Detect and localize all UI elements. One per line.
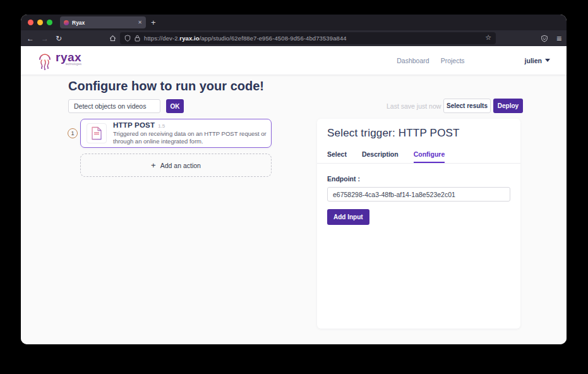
nav-projects-link[interactable]: Projects xyxy=(441,57,465,64)
deploy-button[interactable]: Deploy xyxy=(493,99,523,113)
trigger-detail-panel: Select trigger: HTTP POST Select Descrip… xyxy=(317,119,520,329)
tab-close-icon[interactable]: ✕ xyxy=(138,20,142,25)
workflow-name-input[interactable] xyxy=(68,99,160,113)
tab-title: Ryax xyxy=(72,20,135,26)
trigger-title: HTTP POST xyxy=(113,121,155,129)
chevron-down-icon xyxy=(545,59,550,62)
menu-icon[interactable]: ≡ xyxy=(553,30,565,46)
page-title: Configure how to run your code! xyxy=(68,79,264,94)
user-name: julien xyxy=(525,57,542,64)
browser-window: Ryax ✕ + ← → ↻ https://dev-2.ryax.io/app… xyxy=(21,15,567,344)
plus-icon: + xyxy=(151,160,156,170)
user-menu[interactable]: julien xyxy=(525,57,550,64)
browser-toolbar: ← → ↻ https://dev-2.ryax.io/app/studio/6… xyxy=(21,30,567,46)
reload-icon[interactable]: ↻ xyxy=(54,30,64,46)
tabs-divider xyxy=(317,163,520,164)
window-controls xyxy=(21,20,52,25)
url-bar[interactable]: https://dev-2.ryax.io/app/studio/62ef88e… xyxy=(120,32,496,44)
document-icon xyxy=(87,123,107,143)
add-action-button[interactable]: + Add an action xyxy=(80,154,272,177)
forward-icon: → xyxy=(40,30,50,46)
endpoint-input[interactable] xyxy=(327,187,510,202)
endpoint-label: Endpoint : xyxy=(327,175,510,183)
tracking-shield-icon[interactable] xyxy=(124,35,131,42)
panel-tabs: Select Description Configure xyxy=(327,150,510,163)
close-window-button[interactable] xyxy=(28,20,33,25)
shield-badge-icon[interactable] xyxy=(539,30,550,46)
studio-content: Configure how to run your code! OK Last … xyxy=(21,75,567,344)
select-results-button[interactable]: Select results xyxy=(443,99,491,113)
new-tab-button[interactable]: + xyxy=(151,16,156,28)
step-number-badge: 1 xyxy=(68,128,78,138)
minimize-window-button[interactable] xyxy=(37,20,43,25)
lock-icon[interactable] xyxy=(135,35,140,42)
tab-configure[interactable]: Configure xyxy=(414,150,445,163)
trigger-description: Triggered on receiving data on an HTTP P… xyxy=(113,130,285,146)
add-input-button[interactable]: Add Input xyxy=(327,209,369,225)
tab-select[interactable]: Select xyxy=(327,150,347,163)
last-save-status: Last save just now xyxy=(387,102,441,110)
url-text: https://dev-2.ryax.io/app/studio/62ef88e… xyxy=(144,35,347,42)
back-icon[interactable]: ← xyxy=(25,30,35,46)
nav-dashboard-link[interactable]: Dashboard xyxy=(397,57,429,64)
zoom-window-button[interactable] xyxy=(47,20,52,25)
tab-description[interactable]: Description xyxy=(362,150,399,163)
app-header: ryax technologies Dashboard Projects jul… xyxy=(21,46,567,75)
ryax-favicon-icon xyxy=(64,20,69,25)
logo-wordmark: ryax xyxy=(56,51,81,64)
ryax-logo[interactable]: ryax technologies xyxy=(37,51,81,70)
bookmark-star-icon[interactable]: ☆ xyxy=(485,33,491,42)
ok-button[interactable]: OK xyxy=(166,99,184,113)
trigger-card-http-post[interactable]: HTTP POST 1.5 Triggered on receiving dat… xyxy=(80,119,272,148)
panel-title: Select trigger: HTTP POST xyxy=(327,127,510,140)
home-icon[interactable] xyxy=(107,30,117,46)
jellyfish-logo-icon xyxy=(37,51,52,70)
header-nav: Dashboard Projects julien xyxy=(385,57,550,64)
browser-tab[interactable]: Ryax ✕ xyxy=(60,16,146,28)
browser-tab-bar: Ryax ✕ + xyxy=(21,15,567,30)
trigger-version: 1.5 xyxy=(158,123,165,129)
trigger-card-text: HTTP POST 1.5 Triggered on receiving dat… xyxy=(113,121,285,146)
